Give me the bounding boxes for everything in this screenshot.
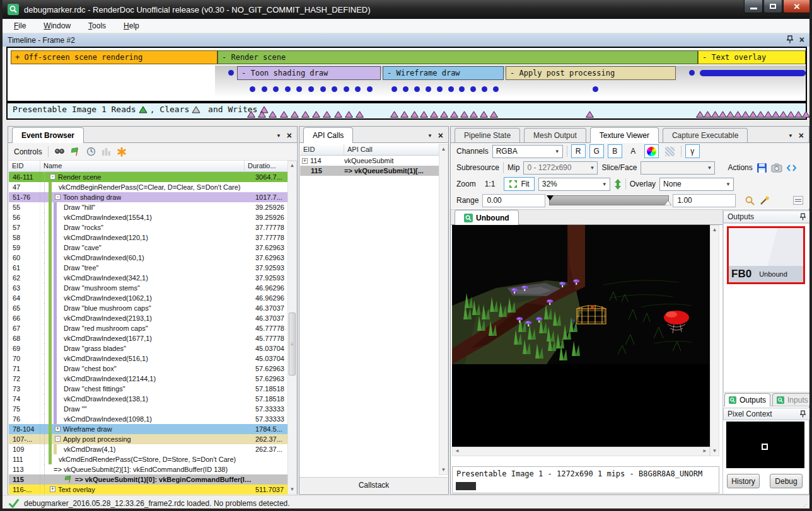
maximize-button[interactable] (763, 0, 782, 13)
zoom-combo[interactable]: 32%▼ (538, 178, 610, 191)
tab-capture-executable[interactable]: Capture Executable (663, 128, 748, 142)
timeline-header[interactable]: Timeline - Frame #2 × (3, 33, 809, 47)
panel-close-icon[interactable]: × (287, 132, 292, 139)
event-row[interactable]: 111vkCmdEndRenderPass(C=Store, D=Store, … (9, 454, 288, 464)
debug-button[interactable]: Debug (770, 474, 803, 488)
tab-event-browser[interactable]: Event Browser (12, 127, 84, 143)
histogram-wand-icon[interactable] (759, 195, 770, 206)
gamma-toggle[interactable]: γ (685, 144, 700, 158)
event-row[interactable]: 72vkCmdDrawIndexed(12144,1)57.62963 (9, 374, 288, 384)
mip-combo[interactable]: 0 - 1272x690▼ (523, 161, 598, 175)
event-table-header[interactable]: EID Name Duratio... (9, 161, 288, 172)
tab-texture-viewer[interactable]: Texture Viewer (590, 127, 659, 143)
menu-help[interactable]: Help (124, 21, 139, 30)
tab-api-calls[interactable]: API Calls (303, 127, 353, 143)
slice-face-combo[interactable]: ▼ (641, 161, 715, 175)
bookmark-star-icon[interactable] (117, 147, 127, 157)
api-table-header[interactable]: EID API Call (300, 144, 439, 156)
timeline-marker-bar[interactable]: - Wireframe draw (383, 66, 504, 80)
texture-viewport[interactable]: ◄ ► (452, 225, 710, 456)
tab-pipeline-state[interactable]: Pipeline State (455, 128, 520, 142)
tab-unbound-texture[interactable]: Unbound (455, 210, 519, 225)
scroll-down-icon[interactable]: ▼ (710, 447, 719, 456)
event-row[interactable]: 63Draw "mushroom stems"46.96296 (9, 283, 288, 293)
range-max-field[interactable]: 1.00 (673, 194, 736, 207)
pin-icon[interactable] (800, 410, 806, 418)
timeline-marker-bar[interactable]: + Off-screen scene rendering (11, 50, 218, 64)
event-row[interactable]: 76vkCmdDrawIndexed(1098,1)57.33333 (9, 414, 288, 424)
checkerboard-toggle[interactable] (663, 144, 677, 158)
event-row[interactable]: 56vkCmdDrawIndexed(1554,1)39.25926 (9, 212, 288, 222)
event-row[interactable]: 55Draw "hill"39.25926 (9, 202, 288, 212)
history-button[interactable]: History (727, 474, 760, 488)
event-row[interactable]: 51-76-Toon shading draw1017.7... (9, 192, 288, 202)
overlay-combo[interactable]: None▼ (659, 178, 734, 191)
time-draws-icon[interactable] (86, 147, 96, 156)
timeline-close-icon[interactable]: × (799, 37, 804, 43)
timeline-marker-bar[interactable]: - Render scene (218, 50, 698, 64)
save-image-icon[interactable] (771, 163, 782, 173)
expand-icon[interactable]: + (55, 426, 61, 432)
scroll-up-icon[interactable]: ▲ (288, 161, 296, 170)
viewport-hscroll[interactable]: ◄ ► (452, 447, 710, 456)
save-icon[interactable] (757, 163, 767, 173)
event-row[interactable]: 61Draw "tree"37.92593 (9, 263, 288, 273)
tab-mesh-output[interactable]: Mesh Output (524, 128, 586, 142)
pin-icon[interactable] (800, 213, 806, 221)
minimize-button[interactable] (744, 0, 763, 13)
flip-y-icon[interactable] (614, 179, 622, 190)
panel-close-icon[interactable]: × (438, 132, 443, 139)
range-white-handle[interactable] (664, 200, 671, 205)
fb0-thumbnail[interactable]: FB0 Unbound (727, 226, 805, 284)
event-row[interactable]: 65Draw "blue mushroom caps"46.37037 (9, 303, 288, 313)
range-slider[interactable] (549, 195, 669, 205)
timeline-marker-bar[interactable]: - Toon shading draw (237, 66, 381, 80)
expand-icon[interactable]: + (50, 486, 55, 492)
pin-icon[interactable] (787, 35, 793, 43)
event-row[interactable]: 66vkCmdDrawIndexed(2193,1)46.37037 (9, 313, 288, 323)
event-row[interactable]: 67Draw "red mushroom caps"45.77778 (9, 323, 288, 333)
tab-inputs[interactable]: Inputs (772, 393, 812, 406)
scrollbar-thumb[interactable]: ≡ (289, 313, 296, 376)
event-browser-scrollbar[interactable]: ▲ ≡ ▼ (287, 161, 297, 495)
menu-file[interactable]: File (14, 21, 26, 30)
channel-b-toggle[interactable]: B (608, 144, 622, 158)
tab-outputs[interactable]: Outputs (724, 393, 770, 406)
event-row[interactable]: 46-111-Render scene3064.7... (9, 172, 288, 182)
event-row[interactable]: 59Draw "cave"37.62963 (9, 243, 288, 253)
autofit-range-icon[interactable] (745, 195, 755, 206)
range-min-field[interactable]: 0.00 (482, 194, 545, 207)
range-detail-toggle[interactable] (793, 196, 803, 205)
event-row[interactable]: 70vkCmdDrawIndexed(516,1)45.03704 (9, 353, 288, 364)
panel-menu-icon[interactable]: ▼ (788, 133, 793, 139)
event-row[interactable]: 109vkCmdDraw(4,1)262.37... (9, 444, 288, 454)
event-row[interactable]: 71Draw "chest box"57.62963 (9, 364, 288, 374)
event-row[interactable]: 47vkCmdBeginRenderPass(C=Clear, D=Clear,… (9, 182, 288, 192)
menu-window[interactable]: Window (44, 21, 71, 30)
expand-icon[interactable]: + (302, 158, 308, 164)
scroll-down-icon[interactable]: ▼ (288, 485, 296, 494)
event-row[interactable]: 60vkCmdDrawIndexed(60,1)37.62963 (9, 253, 288, 263)
collapse-icon[interactable]: - (55, 436, 61, 442)
api-row[interactable]: 115=> vkQueueSubmit(1)[... (300, 166, 439, 176)
channel-a-toggle[interactable]: A (626, 144, 641, 158)
event-row[interactable]: 74vkCmdDrawIndexed(138,1)57.18518 (9, 394, 288, 404)
panel-menu-icon[interactable]: ▼ (276, 133, 281, 139)
collapse-icon[interactable]: - (55, 194, 61, 200)
timeline-marker-bar[interactable]: - Apply post processing (506, 66, 676, 80)
event-row[interactable]: 115=> vkQueueSubmit(1)[0]: vkBeginComman… (9, 474, 288, 485)
open-in-shader-icon[interactable] (786, 163, 797, 173)
api-calls-scrollbar[interactable]: ▲ ▼ (439, 144, 448, 475)
event-row[interactable]: 57Draw "rocks"37.77778 (9, 222, 288, 233)
channels-combo[interactable]: RGBA▼ (492, 145, 563, 158)
scroll-up-icon[interactable]: ▲ (710, 226, 719, 234)
resize-grip[interactable]: ⋰ (801, 503, 808, 510)
event-row[interactable]: 69Draw "grass blades"45.03704 (9, 343, 288, 353)
api-row[interactable]: +114vkQueueSubmit (300, 156, 439, 166)
event-row[interactable]: 116-...+Text overlay511.7037 (9, 485, 288, 495)
pixel-context-view[interactable] (726, 422, 804, 468)
event-row[interactable]: 107-...-Apply post processing262.37... (9, 434, 288, 444)
color-wheel-toggle[interactable] (644, 144, 659, 158)
event-row[interactable]: 75Draw ""57.33333 (9, 404, 288, 414)
event-row[interactable]: 73Draw "chest fittings"57.18518 (9, 384, 288, 394)
